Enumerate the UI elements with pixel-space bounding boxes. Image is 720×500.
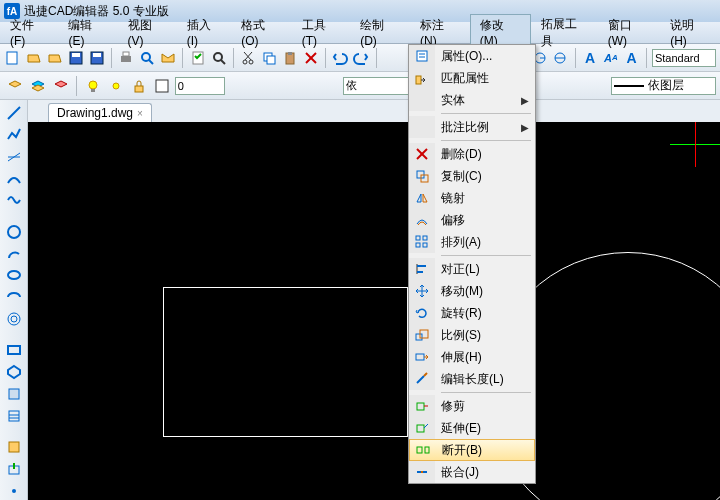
- menu-view[interactable]: 视图(V): [118, 14, 177, 51]
- menu-properties[interactable]: 属性(O)...: [409, 45, 535, 67]
- menu-move[interactable]: 移动(M): [409, 280, 535, 302]
- menu-lengthen[interactable]: 编辑长度(L): [409, 368, 535, 390]
- svg-rect-74: [417, 403, 424, 410]
- menu-annoscale[interactable]: 批注比例▶: [409, 116, 535, 138]
- color-square-icon[interactable]: [152, 75, 173, 97]
- menu-scale[interactable]: 比例(S): [409, 324, 535, 346]
- arc2-icon[interactable]: [3, 245, 25, 263]
- svg-rect-43: [9, 389, 19, 399]
- menu-insert[interactable]: 插入(I): [177, 14, 232, 51]
- audit-icon[interactable]: [188, 47, 207, 69]
- polyline-icon[interactable]: [3, 126, 25, 144]
- submenu-arrow-icon: ▶: [521, 122, 529, 133]
- spline-icon[interactable]: [3, 192, 25, 210]
- menu-entity[interactable]: 实体▶: [409, 89, 535, 111]
- menu-break[interactable]: 断开(B): [409, 439, 535, 461]
- region-icon[interactable]: [3, 385, 25, 403]
- menu-format[interactable]: 格式(O): [231, 14, 291, 51]
- menu-align[interactable]: 对正(L): [409, 258, 535, 280]
- undo-icon[interactable]: [331, 47, 350, 69]
- redo-icon[interactable]: [352, 47, 371, 69]
- layer-icon-1[interactable]: [4, 75, 25, 97]
- find-icon[interactable]: [209, 47, 228, 69]
- menu-tools[interactable]: 工具(T): [292, 14, 350, 51]
- svg-line-72: [417, 376, 424, 383]
- svg-point-13: [249, 60, 253, 64]
- dim-icon-5[interactable]: [551, 47, 570, 69]
- style-combo[interactable]: Standard: [652, 49, 716, 67]
- lock-icon[interactable]: [129, 75, 150, 97]
- svg-rect-19: [288, 52, 292, 55]
- line-icon[interactable]: [3, 104, 25, 122]
- paste-icon[interactable]: [280, 47, 299, 69]
- menu-window[interactable]: 窗口(W): [598, 14, 660, 51]
- menu-rotate[interactable]: 旋转(R): [409, 302, 535, 324]
- rect-icon[interactable]: [3, 341, 25, 359]
- menu-edit[interactable]: 编辑(E): [58, 14, 117, 51]
- bylayer-combo[interactable]: 依图层: [611, 77, 716, 95]
- menubar: 文件(F) 编辑(E) 视图(V) 插入(I) 格式(O) 工具(T) 绘制(D…: [0, 22, 720, 44]
- menu-draw[interactable]: 绘制(D): [350, 14, 410, 51]
- svg-rect-70: [416, 354, 424, 360]
- svg-line-14: [245, 52, 252, 60]
- crosshair-v: [695, 122, 696, 167]
- svg-point-50: [12, 489, 16, 493]
- svg-point-32: [113, 83, 119, 89]
- cut-icon[interactable]: [239, 47, 258, 69]
- menu-copy[interactable]: 复制(C): [409, 165, 535, 187]
- hatch-icon[interactable]: [3, 407, 25, 425]
- svg-rect-33: [135, 86, 143, 92]
- delete-icon[interactable]: [301, 47, 320, 69]
- svg-line-15: [244, 52, 251, 60]
- text-a2-icon[interactable]: A: [622, 47, 641, 69]
- ray-icon[interactable]: [3, 148, 25, 166]
- layer-icon-2[interactable]: [27, 75, 48, 97]
- svg-rect-76: [417, 425, 424, 432]
- preview-icon[interactable]: [138, 47, 157, 69]
- file-tab[interactable]: Drawing1.dwg ×: [48, 103, 152, 122]
- copy-icon[interactable]: [260, 47, 279, 69]
- svg-line-35: [8, 107, 20, 119]
- svg-rect-54: [416, 76, 421, 84]
- insert-icon[interactable]: [3, 460, 25, 478]
- layer-input[interactable]: [175, 77, 225, 95]
- menu-extend[interactable]: 延伸(E): [409, 417, 535, 439]
- circle-icon[interactable]: [3, 223, 25, 241]
- point-icon[interactable]: [3, 482, 25, 500]
- print-icon[interactable]: [117, 47, 136, 69]
- text-aa-icon[interactable]: AA: [601, 47, 620, 69]
- menu-mirror[interactable]: 镜射: [409, 187, 535, 209]
- svg-rect-59: [416, 236, 420, 240]
- open2-icon[interactable]: [46, 47, 65, 69]
- menu-offset[interactable]: 偏移: [409, 209, 535, 231]
- saveas-icon[interactable]: [87, 47, 106, 69]
- ellipse-icon[interactable]: [3, 266, 25, 284]
- drawing-canvas[interactable]: [28, 122, 720, 500]
- bulb-icon[interactable]: [82, 75, 103, 97]
- menu-match[interactable]: 匹配属性: [409, 67, 535, 89]
- text-a-icon[interactable]: A: [581, 47, 600, 69]
- save-icon[interactable]: [66, 47, 85, 69]
- ellipse-arc-icon[interactable]: [3, 288, 25, 306]
- menu-join[interactable]: 嵌合(J): [409, 461, 535, 483]
- tab-close-icon[interactable]: ×: [137, 108, 143, 119]
- menu-file[interactable]: 文件(F): [0, 14, 58, 51]
- send-icon[interactable]: [159, 47, 178, 69]
- menu-stretch[interactable]: 伸展(H): [409, 346, 535, 368]
- sun-icon[interactable]: [105, 75, 126, 97]
- toolbar-2: 依 依图层: [0, 72, 720, 100]
- block-icon[interactable]: [3, 438, 25, 456]
- arc-icon[interactable]: [3, 170, 25, 188]
- open-icon[interactable]: [25, 47, 44, 69]
- new-icon[interactable]: [4, 47, 23, 69]
- svg-rect-17: [267, 56, 275, 64]
- polygon-icon[interactable]: [3, 363, 25, 381]
- donut-icon[interactable]: [3, 310, 25, 328]
- layer-icon-3[interactable]: [50, 75, 71, 97]
- svg-rect-47: [9, 442, 19, 452]
- menu-delete[interactable]: 删除(D): [409, 143, 535, 165]
- menu-help[interactable]: 说明(H): [660, 14, 720, 51]
- menu-trim[interactable]: 修剪: [409, 395, 535, 417]
- svg-rect-2: [72, 53, 80, 57]
- menu-array[interactable]: 排列(A): [409, 231, 535, 253]
